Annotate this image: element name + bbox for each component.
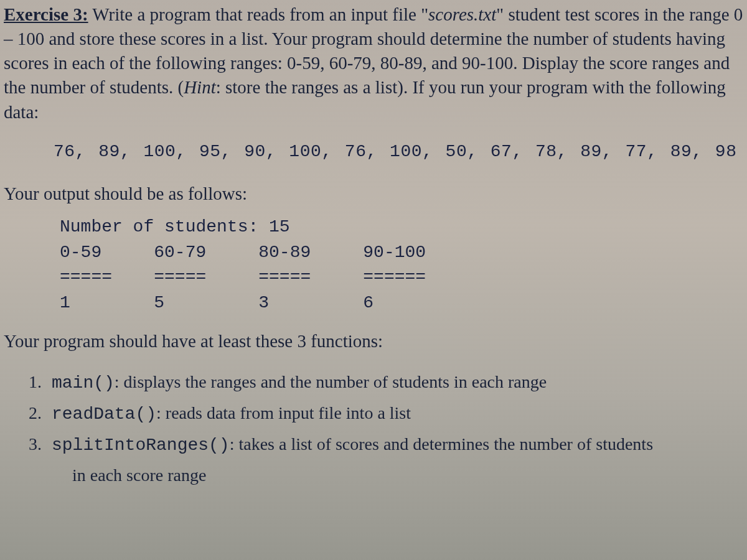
filename: scores.txt (428, 4, 496, 24)
functions-list: 1. main(): displays the ranges and the n… (4, 369, 743, 488)
functions-heading: Your program should have at least these … (4, 331, 743, 352)
exercise-label: Exercise 3: (4, 4, 88, 24)
output-heading: Your output should be as follows: (4, 181, 743, 207)
list-item: 2. readData(): reads data from input fil… (29, 400, 743, 427)
input-data-line: 76, 89, 100, 95, 90, 100, 76, 100, 50, 6… (4, 142, 743, 161)
expected-output: Number of students: 15 0-59 60-79 80-89 … (4, 215, 743, 315)
item-number: 2. (29, 400, 47, 426)
hint-label: Hint (184, 77, 216, 97)
exercise-intro: Exercise 3: Write a program that reads f… (4, 2, 743, 124)
item-number: 3. (29, 431, 47, 457)
list-item-continuation: in each score range (29, 462, 743, 488)
function-desc: : reads data from input file into a list (156, 403, 411, 422)
function-desc: : displays the ranges and the number of … (115, 372, 547, 391)
function-name: main() (52, 373, 115, 393)
list-item: 1. main(): displays the ranges and the n… (29, 369, 743, 396)
function-desc: : takes a list of scores and determines … (230, 434, 653, 454)
function-name: readData() (52, 404, 156, 424)
intro-text-1: Write a program that reads from an input… (88, 4, 428, 24)
item-number: 1. (29, 369, 47, 395)
function-name: splitIntoRanges() (52, 436, 230, 455)
list-item: 3. splitIntoRanges(): takes a list of sc… (29, 431, 743, 459)
